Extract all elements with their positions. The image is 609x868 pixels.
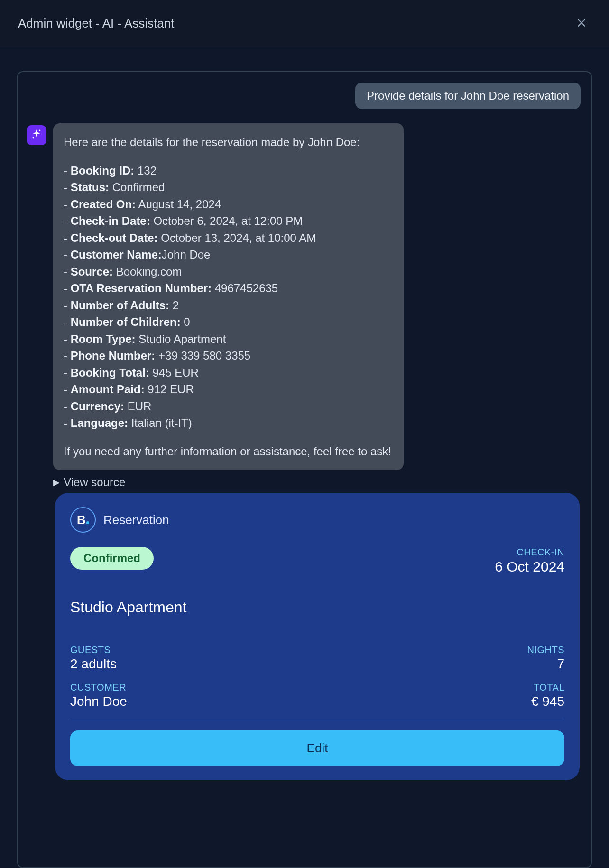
detail-label: Booking ID: — [71, 164, 135, 177]
room-type-value: Studio Apartment — [70, 599, 564, 616]
detail-value: 2 — [169, 299, 179, 312]
disclosure-triangle-icon: ▶ — [53, 477, 60, 488]
detail-line: - Booking Total: 945 EUR — [64, 364, 391, 381]
detail-value: +39 339 580 3355 — [155, 349, 250, 362]
detail-value: 4967452635 — [212, 282, 278, 295]
detail-value: August 14, 2024 — [136, 198, 221, 211]
detail-value: 912 EUR — [145, 383, 194, 396]
detail-line: - Created On: August 14, 2024 — [64, 196, 391, 213]
detail-label: OTA Reservation Number: — [71, 282, 212, 295]
detail-line: - Phone Number: +39 339 580 3355 — [64, 347, 391, 364]
guests-value: 2 adults — [70, 656, 117, 672]
customer-value: John Doe — [70, 694, 127, 709]
detail-label: Customer Name: — [71, 248, 162, 261]
assistant-message-bubble: Here are the details for the reservation… — [53, 123, 404, 470]
nights-label: NIGHTS — [527, 645, 564, 656]
detail-label: Room Type: — [71, 332, 136, 345]
guests-label: GUESTS — [70, 645, 117, 656]
customer-label: CUSTOMER — [70, 682, 127, 693]
detail-line: - Language: Italian (it-IT) — [64, 415, 391, 432]
detail-line: - Customer Name:John Doe — [64, 246, 391, 263]
view-source-toggle[interactable]: ▶ View source — [53, 476, 582, 489]
detail-line: - Booking ID: 132 — [64, 162, 391, 179]
page-title: Admin widget - AI - Assistant — [18, 16, 174, 31]
card-divider — [70, 720, 564, 720]
user-message-bubble: Provide details for John Doe reservation — [355, 83, 581, 109]
detail-label: Check-out Date: — [71, 231, 158, 244]
close-button[interactable] — [572, 14, 591, 33]
detail-value: Booking.com — [113, 265, 182, 278]
detail-label: Status: — [71, 181, 109, 194]
detail-label: Booking Total: — [71, 366, 149, 379]
svg-point-3 — [33, 137, 34, 139]
detail-line: - Status: Confirmed — [64, 179, 391, 196]
close-icon — [576, 17, 587, 30]
total-value: € 945 — [531, 694, 564, 709]
view-source-label: View source — [64, 476, 125, 489]
detail-line: - Number of Children: 0 — [64, 314, 391, 331]
detail-line: - Check-in Date: October 6, 2024, at 12:… — [64, 212, 391, 230]
detail-line: - Room Type: Studio Apartment — [64, 331, 391, 348]
detail-label: Source: — [71, 265, 113, 278]
reservation-card-title: Reservation — [103, 513, 169, 527]
detail-value: Confirmed — [109, 181, 165, 194]
detail-line: - OTA Reservation Number: 4967452635 — [64, 280, 391, 297]
edit-button[interactable]: Edit — [70, 730, 564, 766]
detail-value: Studio Apartment — [136, 332, 226, 345]
detail-value: Italian (it-IT) — [128, 416, 192, 429]
detail-value: October 6, 2024, at 12:00 PM — [150, 214, 303, 227]
detail-value: 132 — [134, 164, 157, 177]
reservation-card: B. Reservation Confirmed CHECK-IN 6 Oct … — [55, 493, 580, 780]
detail-value: 0 — [181, 315, 190, 328]
detail-value: 945 EUR — [149, 366, 199, 379]
assistant-intro-text: Here are the details for the reservation… — [64, 134, 391, 151]
detail-line: - Source: Booking.com — [64, 263, 391, 280]
svg-point-2 — [39, 130, 41, 131]
detail-value: October 13, 2024, at 10:00 AM — [158, 231, 316, 244]
detail-label: Currency: — [71, 400, 124, 413]
booking-source-logo: B. — [70, 507, 96, 533]
detail-label: Amount Paid: — [71, 383, 145, 396]
detail-label: Created On: — [71, 198, 136, 211]
assistant-avatar — [27, 125, 46, 145]
detail-line: - Check-out Date: October 13, 2024, at 1… — [64, 230, 391, 247]
detail-label: Phone Number: — [71, 349, 156, 362]
detail-line: - Number of Adults: 2 — [64, 297, 391, 314]
detail-value: EUR — [124, 400, 151, 413]
sparkle-icon — [31, 129, 42, 142]
detail-line: - Amount Paid: 912 EUR — [64, 381, 391, 398]
status-badge: Confirmed — [70, 547, 154, 570]
checkin-value: 6 Oct 2024 — [495, 559, 564, 575]
nights-value: 7 — [527, 656, 564, 672]
detail-line: - Currency: EUR — [64, 398, 391, 415]
detail-label: Language: — [71, 416, 128, 429]
detail-label: Check-in Date: — [71, 214, 150, 227]
assistant-outro-text: If you need any further information or a… — [64, 443, 391, 460]
checkin-label: CHECK-IN — [495, 547, 564, 558]
detail-label: Number of Children: — [71, 315, 181, 328]
detail-label: Number of Adults: — [71, 299, 169, 312]
total-label: TOTAL — [531, 682, 564, 693]
detail-value: John Doe — [162, 248, 211, 261]
booking-logo-letter: B. — [77, 513, 89, 527]
